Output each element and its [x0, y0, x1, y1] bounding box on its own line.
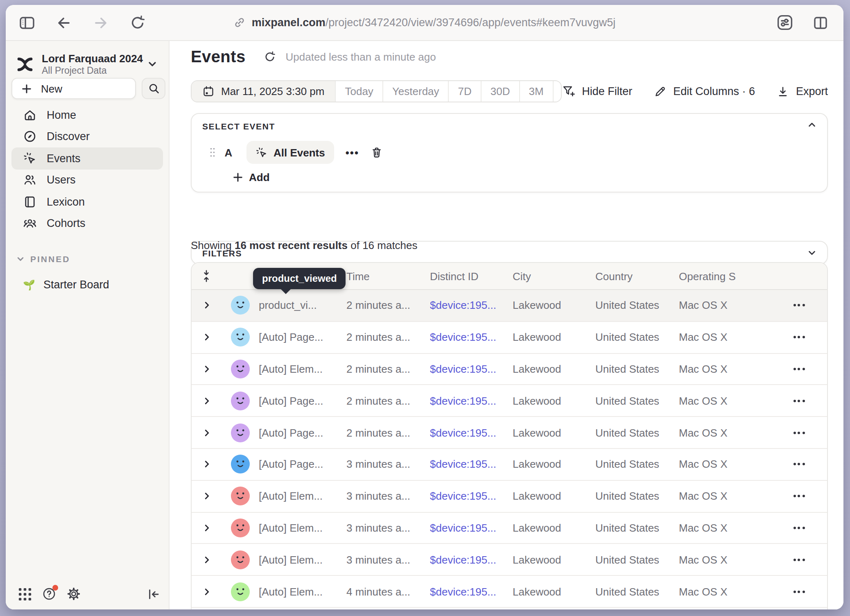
- add-event-button[interactable]: Add: [233, 171, 270, 183]
- row-more-options-icon[interactable]: [771, 463, 827, 466]
- table-row[interactable]: [Auto] Page... 2 minutes a... $device:19…: [192, 385, 827, 417]
- date-preset-button[interactable]: 3M: [520, 81, 554, 102]
- expand-row-icon[interactable]: [192, 491, 221, 500]
- cell-distinct-id[interactable]: $device:195...: [430, 363, 513, 375]
- cell-city: Lakewood: [513, 331, 595, 343]
- expand-panel-icon[interactable]: [807, 248, 816, 257]
- cell-city: Lakewood: [513, 363, 595, 375]
- column-header-distinct-id[interactable]: Distinct ID: [430, 270, 513, 282]
- row-more-options-icon[interactable]: [771, 559, 827, 561]
- table-row[interactable]: [Auto] Elem... 4 minutes a... $device:19…: [192, 576, 827, 608]
- table-row[interactable]: [Auto] Elem... 3 minutes a... $device:19…: [192, 481, 827, 513]
- refresh-icon[interactable]: [264, 51, 276, 63]
- cell-distinct-id[interactable]: $device:195...: [430, 426, 513, 439]
- delete-event-icon[interactable]: [370, 146, 383, 159]
- sidebar-item-starter-board[interactable]: 🌱 Starter Board: [11, 274, 163, 296]
- table-row[interactable]: [Auto] Elem... 3 minutes a... $device:19…: [192, 544, 827, 576]
- cell-city: Lakewood: [513, 458, 595, 471]
- cell-distinct-id[interactable]: $device:195...: [430, 554, 513, 566]
- table-row[interactable]: product_vi... 2 minutes a... $device:195…: [192, 290, 827, 322]
- table-row[interactable]: [Auto] Page... 3 minutes a... $device:19…: [192, 449, 827, 481]
- expand-row-icon[interactable]: [192, 333, 221, 342]
- table-row[interactable]: [Auto] Page... 2 minutes a... $device:19…: [192, 322, 827, 354]
- row-more-options-icon[interactable]: [771, 304, 827, 307]
- column-header-os[interactable]: Operating S: [679, 270, 771, 282]
- row-more-options-icon[interactable]: [771, 336, 827, 338]
- back-icon[interactable]: [54, 13, 74, 32]
- date-preset-button[interactable]: Today: [336, 81, 383, 102]
- sidebar-item-home[interactable]: Home: [11, 104, 163, 126]
- date-range-button[interactable]: Mar 11, 2025 3:30 pm: [192, 81, 336, 102]
- expand-row-icon[interactable]: [192, 365, 221, 374]
- apps-grid-icon[interactable]: [18, 587, 32, 601]
- column-header-country[interactable]: Country: [595, 270, 679, 282]
- row-more-options-icon[interactable]: [771, 431, 827, 434]
- reload-icon[interactable]: [128, 13, 147, 32]
- row-more-options-icon[interactable]: [771, 527, 827, 529]
- cell-distinct-id[interactable]: $device:195...: [430, 585, 513, 598]
- date-preset-button[interactable]: 30D: [482, 81, 520, 102]
- project-scope: All Project Data: [42, 64, 143, 76]
- date-preset-button[interactable]: 6M: [554, 81, 562, 102]
- expand-row-icon[interactable]: [192, 460, 221, 469]
- row-more-options-icon[interactable]: [771, 368, 827, 370]
- collapse-rows-icon[interactable]: [192, 270, 221, 283]
- event-more-options-icon[interactable]: •••: [346, 146, 359, 159]
- row-more-options-icon[interactable]: [771, 400, 827, 402]
- event-selector-button[interactable]: All Events: [246, 141, 334, 164]
- cell-distinct-id[interactable]: $device:195...: [430, 299, 513, 312]
- page-settings-icon[interactable]: [775, 13, 794, 32]
- column-header-city[interactable]: City: [513, 270, 595, 282]
- project-switcher[interactable]: Lord Farquaad 2024 All Project Data: [16, 47, 162, 81]
- search-button[interactable]: [142, 78, 165, 99]
- cell-distinct-id[interactable]: $device:195...: [430, 522, 513, 534]
- row-more-options-icon[interactable]: [771, 495, 827, 497]
- table-row[interactable]: [Auto] Elem... 3 minutes a... $device:19…: [192, 512, 827, 544]
- hide-filter-button[interactable]: Hide Filter: [561, 84, 632, 98]
- cell-time: 3 minutes a...: [346, 522, 430, 534]
- expand-row-icon[interactable]: [192, 396, 221, 405]
- settings-gear-icon[interactable]: [66, 587, 81, 601]
- new-button[interactable]: New: [11, 78, 136, 99]
- forward-icon[interactable]: [91, 13, 111, 32]
- export-button[interactable]: Export: [776, 85, 828, 98]
- sidebar-item-events[interactable]: Events: [11, 147, 163, 169]
- drag-handle-icon[interactable]: [209, 147, 216, 158]
- collapse-panel-icon[interactable]: [807, 120, 816, 129]
- sidebar-toggle-icon[interactable]: [17, 13, 37, 32]
- collapse-sidebar-icon[interactable]: [147, 587, 161, 601]
- expand-row-icon[interactable]: [192, 523, 221, 532]
- cell-country: United States: [595, 490, 679, 502]
- row-more-options-icon[interactable]: [771, 590, 827, 593]
- split-view-icon[interactable]: [811, 13, 830, 32]
- sidebar-item-users[interactable]: Users: [11, 169, 163, 191]
- expand-row-icon[interactable]: [192, 555, 221, 564]
- cell-event-name: [Auto] Elem...: [259, 363, 346, 375]
- edit-columns-button[interactable]: Edit Columns · 6: [653, 85, 755, 98]
- sidebar-item-lexicon[interactable]: Lexicon: [11, 191, 163, 213]
- table-row[interactable]: [192, 608, 827, 609]
- cell-distinct-id[interactable]: $device:195...: [430, 490, 513, 502]
- pinned-section-header[interactable]: PINNED: [16, 254, 70, 264]
- expand-row-icon[interactable]: [192, 428, 221, 437]
- sidebar-item-cohorts[interactable]: Cohorts: [11, 213, 163, 234]
- date-preset-button[interactable]: 7D: [449, 81, 482, 102]
- cell-distinct-id[interactable]: $device:195...: [430, 331, 513, 343]
- sidebar-item-discover[interactable]: Discover: [11, 126, 163, 147]
- cell-distinct-id[interactable]: $device:195...: [430, 458, 513, 471]
- column-header-time[interactable]: Time: [346, 270, 430, 282]
- cell-country: United States: [595, 395, 679, 407]
- cell-os: Mac OS X: [679, 522, 771, 534]
- address-bar[interactable]: mixpanel.com/project/3472420/view/397469…: [234, 16, 616, 29]
- help-icon[interactable]: [42, 587, 57, 601]
- expand-row-icon[interactable]: [192, 587, 221, 596]
- table-row[interactable]: [Auto] Elem... 2 minutes a... $device:19…: [192, 353, 827, 385]
- date-preset-button[interactable]: Yesterday: [383, 81, 449, 102]
- table-row[interactable]: [Auto] Page... 2 minutes a... $device:19…: [192, 417, 827, 449]
- event-avatar: [231, 455, 249, 474]
- cell-time: 2 minutes a...: [346, 363, 430, 375]
- expand-row-icon[interactable]: [192, 301, 221, 310]
- browser-toolbar: mixpanel.com/project/3472420/view/397469…: [6, 5, 843, 41]
- new-button-label: New: [41, 82, 62, 95]
- cell-distinct-id[interactable]: $device:195...: [430, 395, 513, 407]
